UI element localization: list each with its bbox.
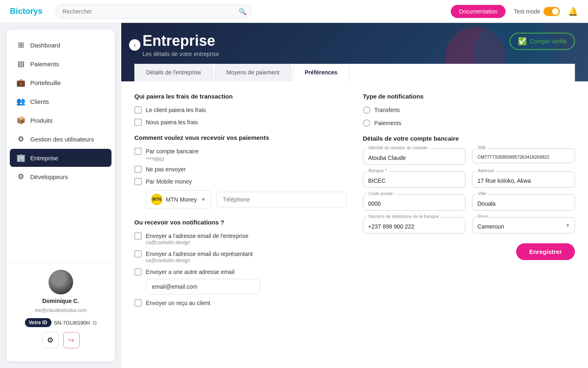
sidebar-item-paiements[interactable]: ▤ Paiements: [10, 55, 111, 73]
bank-pays-field: Pays Cameroun: [472, 217, 575, 233]
paiement-bancaire-checkbox[interactable]: [134, 148, 142, 155]
frais-checkbox-nous[interactable]: [134, 119, 142, 126]
sidebar-item-label: Entreprise: [30, 155, 58, 162]
bank-identite-input[interactable]: [363, 148, 466, 165]
navbar-right: Documentation Test mode 🔔: [451, 5, 578, 18]
bell-icon[interactable]: 🔔: [568, 7, 578, 16]
brand-logo[interactable]: Bictorys: [10, 7, 42, 16]
header-with-back: ‹ Entreprise Les détails de votre entrep…: [134, 33, 575, 57]
bank-telephone-input[interactable]: [363, 217, 466, 233]
tabs: Détails de l'entreprise Moyens de paieme…: [134, 64, 575, 81]
notif-type-section: Type de notifications Transferts Paiemen…: [363, 93, 575, 127]
notif-representant-checkbox[interactable]: [134, 250, 142, 258]
search-icon: 🔍: [238, 7, 247, 15]
notif-email-entreprise-row: Envoyer a l'adresse email de l'entrepris…: [134, 232, 347, 240]
header-banner: ‹ Entreprise Les détails de votre entrep…: [121, 23, 588, 81]
test-mode-switch[interactable]: [543, 7, 560, 16]
phone-input[interactable]: [216, 192, 347, 207]
paiement-nepasenvoyer-label: Ne pas envoyer: [146, 166, 186, 173]
bank-ville-input[interactable]: [472, 194, 575, 211]
user-email: me@claudeatouba.com: [35, 307, 87, 313]
notifications-section: Ou recevoir vos notifications ? Envoyer …: [134, 219, 347, 307]
verified-badge: ✅ Compte vérifié: [510, 33, 575, 50]
frais-checkbox-client[interactable]: [134, 106, 142, 114]
portefeuille-icon: 💼: [16, 78, 25, 87]
notif-recu-checkbox[interactable]: [134, 299, 142, 307]
votre-id-label: Votre ID: [25, 318, 51, 327]
notif-recu: Envoyer un reçu au client: [134, 299, 347, 307]
save-row: Enregistrer: [363, 243, 575, 260]
tab-preferences[interactable]: Préférences: [293, 64, 349, 81]
mtn-select[interactable]: MTN MTN Money ▼: [146, 190, 211, 209]
user-id-code: SN-7GU8S90H: [54, 320, 90, 326]
notif-autre-label: Envoyer a une autre adresse email: [146, 269, 234, 275]
notif-representant-label: Envoyer a l'adresse email du représentan…: [146, 251, 253, 257]
notifications-title: Ou recevoir vos notifications ?: [134, 219, 347, 226]
bank-adresse-label: Adresse: [476, 168, 496, 173]
bank-identite-label: Identité du titulaire du compte: [367, 145, 429, 150]
bank-identite-field: Identité du titulaire du compte: [363, 148, 466, 165]
paiement-bancaire-option: Par compte bancaire: [134, 148, 347, 155]
mtn-select-arrow: ▼: [201, 197, 206, 202]
brand-name-part2: torys: [22, 7, 42, 16]
bank-banque-input[interactable]: [363, 171, 466, 188]
notif-type-transferts-label: Transferts: [374, 107, 400, 113]
notif-recu-row: Envoyer un reçu au client: [134, 299, 347, 307]
bank-adresse-input[interactable]: [472, 171, 575, 188]
bank-telephone-field: Numéro de téléphone de la banque: [363, 217, 466, 233]
search-input[interactable]: [56, 4, 252, 18]
bank-grid: Identité du titulaire du compte RIB Banq…: [363, 148, 575, 233]
content-area: Qui paiera les frais de transaction Le c…: [121, 81, 588, 368]
bank-telephone-label: Numéro de téléphone de la banque: [367, 214, 441, 219]
mtn-select-text: MTN Money: [166, 196, 198, 203]
paiement-bancaire-sub: ****6992: [146, 157, 347, 162]
sidebar-item-portefeuille[interactable]: 💼 Portefeuille: [10, 74, 111, 92]
sidebar: ⊞ Dashboard ▤ Paiements 💼 Portefeuille 👥…: [7, 29, 115, 361]
bank-code-postal-input[interactable]: [363, 194, 466, 211]
notif-autre-checkbox[interactable]: [134, 268, 142, 276]
sidebar-item-dashboard[interactable]: ⊞ Dashboard: [10, 36, 111, 54]
tab-details[interactable]: Détails de l'entreprise: [134, 64, 213, 81]
notif-type-paiements-checkbox[interactable]: [363, 119, 370, 127]
documentation-button[interactable]: Documentation: [451, 5, 506, 18]
sidebar-item-label: Produits: [30, 117, 53, 124]
autre-email-input[interactable]: [146, 279, 260, 294]
bank-pays-select[interactable]: Cameroun: [472, 217, 575, 233]
tab-moyens[interactable]: Moyens de paiement: [214, 64, 291, 81]
sidebar-item-clients[interactable]: 👥 Clients: [10, 92, 111, 110]
paiement-mobile-checkbox[interactable]: [134, 178, 142, 185]
sidebar-item-developpeurs[interactable]: ⚙ Développeurs: [10, 168, 111, 186]
avatar: [49, 270, 73, 294]
save-button[interactable]: Enregistrer: [516, 243, 575, 260]
notif-type-transferts-checkbox[interactable]: [363, 106, 370, 114]
paiements-section: Comment voulez vous recevoir vos paiemen…: [134, 134, 347, 209]
notif-email-representant: Envoyer a l'adresse email du représentan…: [134, 250, 347, 263]
settings-button[interactable]: ⚙: [42, 332, 58, 348]
sidebar-item-label: Clients: [30, 98, 49, 105]
sidebar-item-label: Paiements: [30, 61, 59, 67]
bank-banque-field: Banque *: [363, 171, 466, 188]
frais-option-client: Le client paiera les frais: [134, 106, 347, 114]
user-id-row: Votre ID SN-7GU8S90H ⧉: [25, 318, 97, 327]
notif-entreprise-checkbox[interactable]: [134, 232, 142, 240]
sidebar-item-label: Dashboard: [30, 42, 60, 49]
bank-rib-label: RIB: [476, 145, 487, 150]
frais-title: Qui paiera les frais de transaction: [134, 93, 347, 100]
sidebar-item-gestion[interactable]: ⚙ Gestion des utilisateurs: [10, 130, 111, 148]
notif-autre-email: Envoyer a une autre adresse email: [134, 268, 347, 294]
sidebar-item-produits[interactable]: 📦 Produits: [10, 111, 111, 129]
bank-rib-input[interactable]: [472, 148, 575, 163]
bank-ville-field: Ville: [472, 194, 575, 211]
bank-pays-select-wrapper: Cameroun: [472, 217, 575, 233]
sidebar-nav: ⊞ Dashboard ▤ Paiements 💼 Portefeuille 👥…: [7, 36, 115, 263]
verified-icon: ✅: [518, 37, 527, 46]
logout-button[interactable]: ↪: [63, 332, 80, 348]
frais-option-nous: Nous paiera les frais: [134, 119, 347, 126]
app-layout: ⊞ Dashboard ▤ Paiements 💼 Portefeuille 👥…: [0, 23, 588, 368]
back-button[interactable]: ‹: [129, 39, 140, 51]
bank-rib-field: RIB: [472, 148, 575, 165]
copy-icon[interactable]: ⧉: [93, 319, 97, 326]
sidebar-item-entreprise[interactable]: 🏢 Entreprise: [10, 149, 111, 167]
paiement-nepasenvoyer-checkbox[interactable]: [134, 166, 142, 173]
footer-actions: ⚙ ↪: [42, 332, 80, 348]
